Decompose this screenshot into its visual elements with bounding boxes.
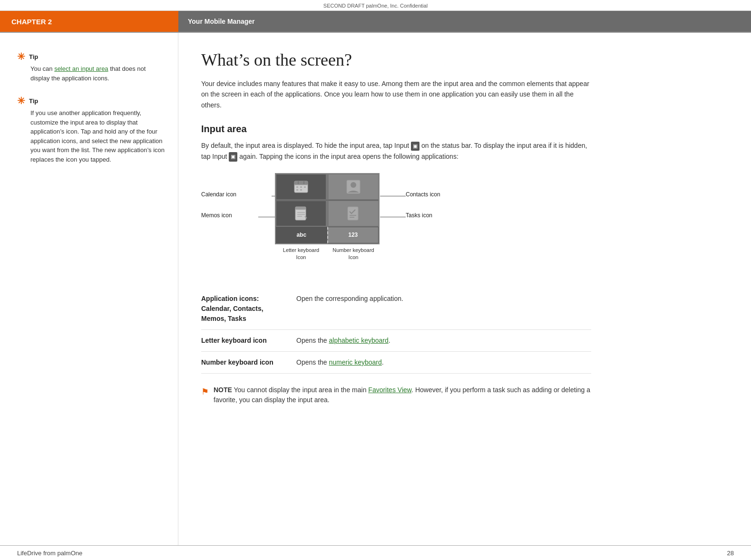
page-footer: LifeDrive from palmOne 28 [0,545,751,560]
letter-kbd-label: Letter keyboardIcon [275,247,327,261]
feature-label-3: Number keyboard icon [201,351,296,373]
num-label: 123 [348,232,358,238]
memos-icon-label: Memos icon [201,212,232,219]
svg-rect-8 [296,189,298,191]
input-icon-2: ▣ [229,152,237,162]
memos-cell [276,201,326,226]
chapter-label: CHAPTER 2 [0,11,178,32]
feature-desc-1: Open the corresponding application. [296,288,591,330]
main-layout: ✳ Tip You can select an input area that … [0,33,751,545]
feature-desc-2: Opens the alphabetic keyboard. [296,329,591,351]
svg-rect-9 [300,189,302,191]
footer-left: LifeDrive from palmOne [17,550,82,557]
feature-table: Application icons: Calendar, Contacts, M… [201,288,591,374]
svg-rect-7 [304,186,306,188]
tip-text-1: You can select an input area that does n… [17,64,166,83]
feature-label-2: Letter keyboard icon [201,329,296,351]
contacts-cell [328,174,379,200]
footer-right: 28 [727,550,734,557]
memos-icon [293,205,310,222]
note-text-before-link: You cannot display the input area in the… [232,386,368,394]
keyboard-row: abc 123 [276,226,379,243]
svg-rect-1 [294,181,308,185]
contacts-line [380,196,406,196]
svg-point-11 [351,182,356,188]
tip-header-1: ✳ Tip [17,52,166,61]
page-heading: What’s on the screen? [201,50,728,70]
table-row-2: Letter keyboard icon Opens the alphabeti… [201,329,591,351]
memos-line [258,217,276,217]
table-row-3: Number keyboard icon Opens the numeric k… [201,351,591,373]
calendar-icon [293,178,310,195]
diagram-top-row [276,174,379,200]
feature-desc-3: Opens the numeric keyboard. [296,351,591,373]
tip-header-2: ✳ Tip [17,96,166,106]
tasks-cell [328,201,379,226]
tip-star-2: ✳ [17,96,25,106]
note-word: NOTE [214,386,232,394]
kbd-labels: Letter keyboardIcon Number keyboardIcon [275,247,380,261]
abc-kbd-cell: abc [276,227,327,243]
input-area-heading: Input area [201,124,728,135]
alphabetic-keyboard-link[interactable]: alphabetic keyboard [329,337,389,344]
num-kbd-cell: 123 [327,227,379,243]
diagram-bottom-icons-row [276,201,379,226]
svg-rect-6 [300,186,302,188]
svg-rect-5 [296,186,298,188]
svg-rect-13 [295,207,306,210]
tip-block-1: ✳ Tip You can select an input area that … [17,52,166,83]
chapter-header: CHAPTER 2 Your Mobile Manager [0,11,751,33]
tasks-line [380,217,406,217]
table-row-1: Application icons: Calendar, Contacts, M… [201,288,591,330]
contacts-icon [345,178,362,195]
tip-label-1: Tip [29,53,38,60]
watermark-bar: SECOND DRAFT palmOne, Inc. Confidential [0,0,751,11]
feature-label-1: Application icons: Calendar, Contacts, M… [201,288,296,330]
tasks-icon [345,205,362,222]
main-content: What’s on the screen? Your device includ… [178,33,751,545]
calendar-cell [276,174,326,200]
tasks-icon-label: Tasks icon [406,212,432,219]
intro-text: Your device includes many features that … [201,78,591,110]
note-content: NOTE You cannot display the input area i… [214,385,591,405]
diagram-box: abc 123 [275,173,380,244]
tip-label-2: Tip [29,97,38,105]
contacts-icon-label: Contacts icon [406,191,440,198]
note-icon: ⚑ [201,386,209,398]
watermark-text: SECOND DRAFT palmOne, Inc. Confidential [323,3,428,9]
input-icon-1: ▣ [411,142,419,151]
favorites-view-link[interactable]: Favorites View [368,386,411,394]
tip-text-before-link-1: You can [30,65,54,72]
svg-rect-18 [348,207,358,220]
tip-link-1[interactable]: select an input area [54,65,108,72]
input-area-description: By default, the input area is displayed.… [201,140,591,162]
chapter-title: Your Mobile Manager [178,11,751,32]
calendar-icon-label: Calendar icon [201,191,236,198]
abc-label: abc [296,232,306,238]
tip-block-2: ✳ Tip If you use another application fre… [17,96,166,164]
note-block: ⚑ NOTE You cannot display the input area… [201,385,591,405]
numeric-keyboard-link[interactable]: numeric keyboard [329,358,382,366]
number-kbd-label: Number keyboardIcon [327,247,380,261]
sidebar: ✳ Tip You can select an input area that … [0,33,178,545]
tip-text-2: If you use another application frequentl… [17,108,166,164]
tip-star-1: ✳ [17,52,25,61]
input-area-diagram: Calendar icon Memos icon Contacts icon T… [201,173,728,273]
